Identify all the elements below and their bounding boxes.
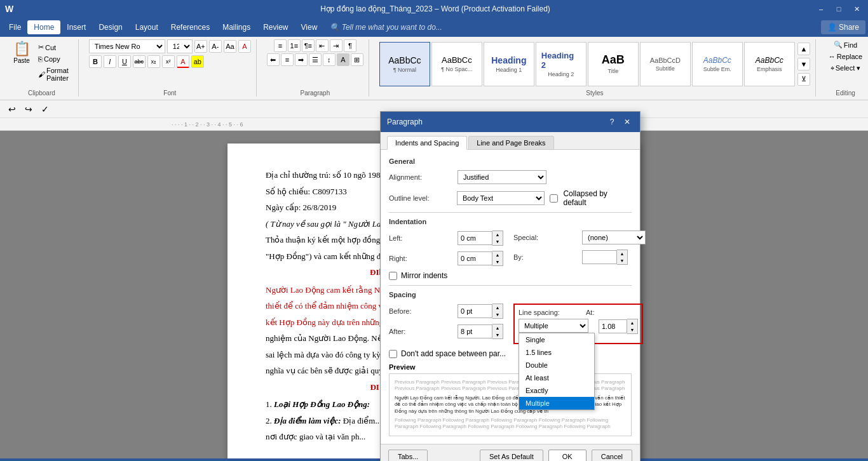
styles-scroll-up[interactable]: ▲ [797, 43, 810, 55]
show-hide-button[interactable]: ¶ [344, 39, 356, 52]
left-up-arrow[interactable]: ▲ [492, 231, 503, 238]
font-grow-button[interactable]: A+ [194, 40, 207, 53]
menu-design[interactable]: Design [92, 20, 128, 34]
menu-insert[interactable]: Insert [60, 20, 92, 34]
menu-tell-me[interactable]: 🔍 Tell me what you want to do... [323, 20, 449, 34]
style-subtle-em[interactable]: AaBbCc Subtle Em. [692, 42, 743, 86]
cut-button[interactable]: ✂ Cut [36, 42, 73, 53]
styles-more[interactable]: ⊻ [797, 73, 810, 86]
menu-references[interactable]: References [165, 20, 216, 34]
spacing-single[interactable]: Single [519, 333, 594, 346]
style-no-spacing[interactable]: AaBbCc ¶ No Spac... [431, 42, 482, 86]
style-subtitle[interactable]: AaBbCcD Subtitle [640, 42, 691, 86]
spacing-exactly[interactable]: Exactly [519, 384, 594, 397]
menu-home[interactable]: Home [27, 20, 60, 34]
right-input[interactable] [458, 251, 492, 265]
line-spacing-select[interactable]: Multiple [519, 319, 588, 333]
menu-layout[interactable]: Layout [129, 20, 165, 34]
tabs-button[interactable]: Tabs... [388, 450, 428, 461]
spacing-1-5[interactable]: 1.5 lines [519, 346, 594, 359]
align-justify-button[interactable]: ☰ [309, 53, 322, 66]
menu-share[interactable]: 👤 Share [821, 20, 865, 34]
dialog-help-button[interactable]: ? [606, 116, 618, 128]
superscript-button[interactable]: x² [162, 55, 175, 68]
left-down-arrow[interactable]: ▼ [492, 238, 503, 245]
align-right-button[interactable]: ➡ [295, 53, 308, 66]
style-emphasis[interactable]: AaBbCc Emphasis [744, 42, 795, 86]
ok-button[interactable]: OK [548, 450, 587, 461]
special-select[interactable]: (none) [582, 230, 646, 244]
after-up-arrow[interactable]: ▲ [492, 324, 503, 331]
subscript-button[interactable]: x₂ [147, 55, 160, 68]
underline-button[interactable]: U [118, 55, 131, 68]
select-button[interactable]: ⌖ Select ▾ [828, 63, 864, 74]
at-input[interactable] [599, 319, 627, 333]
clear-format-button[interactable]: A [238, 40, 251, 53]
menu-view[interactable]: View [295, 20, 324, 34]
line-spacing-dropdown[interactable]: Single 1.5 lines Double At least Exactly… [519, 333, 595, 410]
strikethrough-button[interactable]: abc [133, 55, 146, 68]
decrease-indent-button[interactable]: ⇤ [316, 39, 329, 52]
replace-button[interactable]: ↔ Replace [826, 51, 865, 62]
mirror-indents-checkbox[interactable] [389, 272, 397, 280]
spacing-double[interactable]: Double [519, 359, 594, 371]
dont-add-space-checkbox[interactable] [389, 350, 397, 358]
after-down-arrow[interactable]: ▼ [492, 331, 503, 338]
highlight-button[interactable]: ab [191, 55, 204, 68]
font-color-button[interactable]: A [177, 55, 189, 68]
bullets-button[interactable]: ≡ [274, 39, 287, 52]
menu-review[interactable]: Review [257, 20, 294, 34]
restore-button[interactable]: □ [832, 3, 845, 15]
format-painter-button[interactable]: 🖌 Format Painter [36, 65, 73, 83]
increase-indent-button[interactable]: ⇥ [330, 39, 342, 52]
at-up-arrow[interactable]: ▲ [627, 319, 637, 326]
font-size-select[interactable]: 12 [167, 39, 193, 53]
menu-file[interactable]: File [3, 20, 27, 34]
before-input[interactable] [458, 304, 492, 318]
tab-indents-spacing[interactable]: Indents and Spacing [387, 136, 467, 150]
alignment-select[interactable]: Justified [458, 170, 546, 184]
style-heading1[interactable]: Heading Heading 1 [484, 42, 534, 86]
align-left-button[interactable]: ⬅ [267, 53, 280, 66]
by-down-arrow[interactable]: ▼ [617, 257, 627, 264]
left-input[interactable] [458, 231, 492, 245]
spacing-at-least[interactable]: At least [519, 371, 594, 384]
style-title[interactable]: AaB Title [588, 42, 639, 86]
at-down-arrow[interactable]: ▼ [627, 326, 637, 333]
spacing-multiple[interactable]: Multiple [519, 397, 594, 410]
numbering-button[interactable]: 1≡ [288, 39, 301, 52]
copy-button[interactable]: ⎘ Copy [36, 54, 73, 64]
style-normal[interactable]: AaBbCc ¶ Normal [379, 42, 430, 86]
tab-line-page-breaks[interactable]: Line and Page Breaks [468, 136, 553, 149]
by-input[interactable] [582, 250, 617, 264]
before-down-arrow[interactable]: ▼ [492, 311, 503, 318]
menu-mailings[interactable]: Mailings [216, 20, 257, 34]
autosave-button[interactable]: ✓ [38, 102, 52, 116]
collapsed-checkbox[interactable] [550, 194, 558, 203]
minimize-button[interactable]: – [815, 3, 827, 15]
paste-button[interactable]: 📋 Paste [10, 39, 33, 67]
before-up-arrow[interactable]: ▲ [492, 304, 503, 311]
align-center-button[interactable]: ≡ [281, 53, 294, 66]
set-as-default-button[interactable]: Set As Default [480, 450, 543, 461]
shading-button[interactable]: A [337, 53, 349, 66]
undo-button[interactable]: ↩ [5, 102, 19, 116]
find-button[interactable]: 🔍 Find [831, 39, 860, 50]
dialog-close-button[interactable]: ✕ [621, 116, 634, 128]
outline-level-select[interactable]: Body Text [457, 191, 545, 205]
change-case-button[interactable]: Aa [224, 40, 236, 53]
style-heading2[interactable]: Heading 2 Heading 2 [536, 42, 587, 86]
right-up-arrow[interactable]: ▲ [492, 251, 503, 258]
cancel-button[interactable]: Cancel [592, 450, 632, 461]
styles-scroll-down[interactable]: ▼ [797, 58, 810, 70]
multilevel-list-button[interactable]: ¶≡ [302, 39, 315, 52]
by-up-arrow[interactable]: ▲ [617, 250, 627, 257]
line-spacing-button[interactable]: ↕ [323, 53, 336, 66]
font-name-select[interactable]: Times New Ro [89, 39, 165, 53]
borders-button[interactable]: ⊞ [351, 53, 363, 66]
after-input[interactable] [458, 324, 492, 338]
redo-button[interactable]: ↪ [22, 102, 36, 116]
bold-button[interactable]: B [89, 55, 102, 68]
font-shrink-button[interactable]: A- [209, 40, 222, 53]
close-button[interactable]: ✕ [850, 3, 863, 15]
